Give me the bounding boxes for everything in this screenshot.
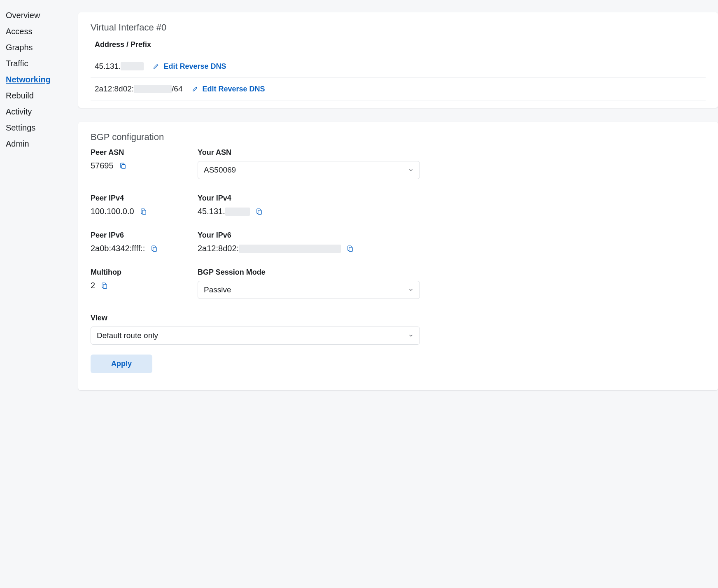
your-ipv4-value: 45.131. xyxy=(198,207,225,216)
copy-icon[interactable] xyxy=(347,245,354,252)
virtual-interface-title: Virtual Interface #0 xyxy=(91,22,706,33)
svg-rect-4 xyxy=(349,247,353,252)
redacted-segment xyxy=(134,85,172,93)
your-ipv6-field: Your IPv6 2a12:8d02: xyxy=(198,231,420,253)
peer-ipv4-field: Peer IPv4 100.100.0.0 xyxy=(91,194,198,216)
view-value: Default route only xyxy=(97,331,158,340)
svg-rect-5 xyxy=(103,285,107,289)
sidebar-item-activity[interactable]: Activity xyxy=(6,104,78,120)
svg-rect-2 xyxy=(258,210,261,215)
peer-ipv4-label: Peer IPv4 xyxy=(91,194,198,203)
your-asn-field: Your ASN AS50069 xyxy=(198,148,420,179)
view-field: View Default route only xyxy=(91,314,420,345)
session-mode-value: Passive xyxy=(204,285,231,294)
pencil-icon xyxy=(153,63,159,70)
your-asn-label: Your ASN xyxy=(198,148,420,157)
view-label: View xyxy=(91,314,420,322)
peer-asn-value: 57695 xyxy=(91,161,114,170)
redacted-segment xyxy=(121,62,144,70)
multihop-field: Multihop 2 xyxy=(91,268,198,299)
edit-reverse-dns-link[interactable]: Edit Reverse DNS xyxy=(153,62,226,71)
view-select[interactable]: Default route only xyxy=(91,327,420,345)
apply-button[interactable]: Apply xyxy=(91,355,152,373)
your-asn-select[interactable]: AS50069 xyxy=(198,161,420,179)
sidebar-item-overview[interactable]: Overview xyxy=(6,7,78,23)
chevron-down-icon xyxy=(408,167,414,173)
sidebar-item-settings[interactable]: Settings xyxy=(6,120,78,136)
peer-asn-label: Peer ASN xyxy=(91,148,198,157)
copy-icon[interactable] xyxy=(151,245,158,252)
virtual-interface-card: Virtual Interface #0 Address / Prefix 45… xyxy=(78,12,718,108)
redacted-segment xyxy=(225,208,250,216)
sidebar-item-admin[interactable]: Admin xyxy=(6,136,78,152)
bgp-title: BGP configuration xyxy=(91,132,706,142)
address-value: 45.131. xyxy=(95,62,144,71)
your-ipv6-value: 2a12:8d02: xyxy=(198,244,239,253)
your-ipv6-label: Your IPv6 xyxy=(198,231,420,240)
sidebar-item-networking[interactable]: Networking xyxy=(6,72,78,88)
copy-icon[interactable] xyxy=(256,208,263,215)
sidebar-item-graphs[interactable]: Graphs xyxy=(6,40,78,56)
bgp-config-card: BGP configuration Peer ASN 57695 Your AS… xyxy=(78,122,718,390)
main-content: Virtual Interface #0 Address / Prefix 45… xyxy=(78,0,718,588)
chevron-down-icon xyxy=(408,287,414,293)
peer-ipv6-label: Peer IPv6 xyxy=(91,231,198,240)
sidebar: Overview Access Graphs Traffic Networkin… xyxy=(0,0,78,588)
apply-row: Apply xyxy=(91,355,420,373)
sidebar-item-access[interactable]: Access xyxy=(6,23,78,40)
your-ipv4-field: Your IPv4 45.131. xyxy=(198,194,420,216)
multihop-label: Multihop xyxy=(91,268,198,277)
address-prefix-header: Address / Prefix xyxy=(91,39,706,55)
session-mode-label: BGP Session Mode xyxy=(198,268,420,277)
peer-asn-field: Peer ASN 57695 xyxy=(91,148,198,179)
your-asn-value: AS50069 xyxy=(204,166,236,175)
session-mode-field: BGP Session Mode Passive xyxy=(198,268,420,299)
peer-ipv4-value: 100.100.0.0 xyxy=(91,207,134,216)
session-mode-select[interactable]: Passive xyxy=(198,281,420,299)
svg-rect-3 xyxy=(153,247,157,252)
sidebar-item-rebuild[interactable]: Rebuild xyxy=(6,88,78,104)
address-row: 2a12:8d02: /64 Edit Reverse DNS xyxy=(91,78,706,100)
your-ipv4-label: Your IPv4 xyxy=(198,194,420,203)
svg-rect-0 xyxy=(121,165,125,169)
copy-icon[interactable] xyxy=(119,162,126,170)
svg-rect-1 xyxy=(142,210,146,215)
pencil-icon xyxy=(192,86,198,92)
address-value: 2a12:8d02: /64 xyxy=(95,84,183,93)
copy-icon[interactable] xyxy=(140,208,147,215)
multihop-value: 2 xyxy=(91,281,95,290)
edit-reverse-dns-link[interactable]: Edit Reverse DNS xyxy=(192,85,265,93)
peer-ipv6-field: Peer IPv6 2a0b:4342:ffff:: xyxy=(91,231,198,253)
sidebar-item-traffic[interactable]: Traffic xyxy=(6,56,78,72)
peer-ipv6-value: 2a0b:4342:ffff:: xyxy=(91,244,145,253)
address-row: 45.131. Edit Reverse DNS xyxy=(91,55,706,78)
redacted-segment xyxy=(239,245,341,253)
chevron-down-icon xyxy=(408,333,414,338)
copy-icon[interactable] xyxy=(101,282,108,289)
